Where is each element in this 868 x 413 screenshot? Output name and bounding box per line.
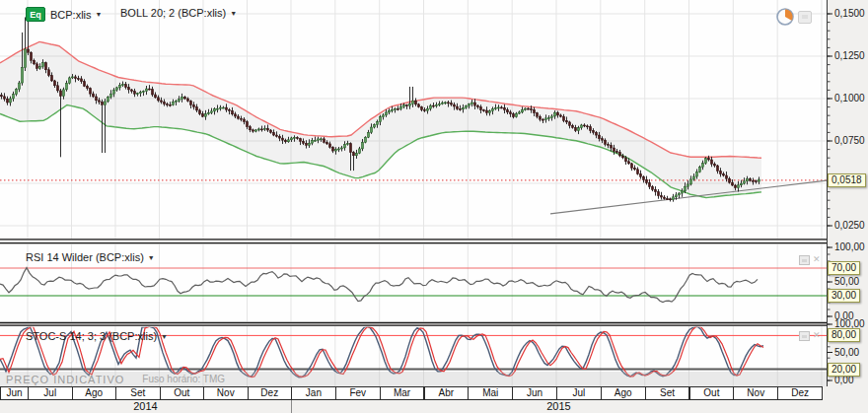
close-panel-icon[interactable]: ✕: [813, 255, 821, 264]
symbol-label: BCP:xlis: [50, 9, 92, 21]
watermark-strip: PREÇO INDICATIVO Fuso horário: TMG: [0, 372, 827, 386]
chart-canvas[interactable]: [0, 0, 868, 386]
month-axis-label: Mar: [380, 386, 425, 400]
chevron-down-icon: ▼: [148, 254, 155, 261]
month-axis-label: Out: [160, 386, 205, 400]
price-tick-label: 0,0250: [834, 220, 865, 231]
rsi-threshold-tag: 30,00: [828, 289, 860, 303]
month-axis-label: Dez: [777, 386, 823, 400]
symbol-selector[interactable]: Eq BCP:xlis ▼: [26, 7, 103, 22]
month-axis-label: Ago: [601, 386, 646, 400]
month-axis-label: Jul: [556, 386, 602, 400]
chevron-down-icon: ▼: [230, 10, 237, 17]
rsi-threshold-tag: 70,00: [828, 261, 860, 275]
month-axis-label: Set: [645, 386, 690, 400]
save-icon-glyph: [802, 259, 807, 262]
month-axis-label: Nov: [733, 386, 778, 400]
close-panel-icon[interactable]: ✕: [813, 331, 821, 340]
save-indicator-icon[interactable]: [799, 331, 810, 341]
month-axis-label: Jul: [28, 386, 73, 400]
overlay-indicator-label: BOLL 20; 2 (BCP:xlis): [120, 7, 226, 19]
month-axis-label: Set: [115, 386, 161, 400]
chevron-down-icon: ▼: [161, 333, 168, 340]
price-tick-label: 0,1250: [834, 50, 865, 61]
price-tick-label: 0,1500: [834, 8, 865, 19]
month-axis-label: Jan: [291, 386, 336, 400]
month-axis-label: Nov: [203, 386, 249, 400]
year-axis-label: 2015: [291, 400, 827, 413]
year-divider: [291, 400, 292, 413]
save-icon-glyph: [802, 335, 807, 338]
rsi-indicator-selector[interactable]: RSI 14 Wilder (BCP:xlis) ▼: [26, 251, 155, 263]
stochastic-indicator-label: STOC-S 14; 3; 3 (BCP:xlis): [26, 330, 157, 342]
rsi-tick-label: 50,00: [834, 276, 859, 287]
timezone-label: Fuso horário: TMG: [142, 374, 225, 384]
snapshot-icon-glyph: [802, 15, 808, 19]
month-axis-label: Ago: [72, 386, 117, 400]
overlay-indicator-selector[interactable]: BOLL 20; 2 (BCP:xlis) ▼: [120, 7, 237, 19]
rsi-indicator-label: RSI 14 Wilder (BCP:xlis): [26, 251, 144, 263]
stochastic-indicator-selector[interactable]: STOC-S 14; 3; 3 (BCP:xlis) ▼: [26, 330, 168, 342]
month-axis-label: Abr: [424, 386, 470, 400]
stoch-threshold-tag: 80,00: [828, 328, 860, 342]
snapshot-icon[interactable]: [798, 11, 812, 24]
equity-badge: Eq: [26, 7, 45, 22]
month-axis-label: Dez: [248, 386, 293, 400]
indicative-price-watermark: PREÇO INDICATIVO: [6, 374, 124, 385]
rsi-tick-label: 100,00: [834, 241, 865, 252]
stoch-tick-label: 50,00: [834, 347, 859, 358]
month-axis-label: Jun: [0, 386, 29, 400]
price-tick-label: 0,1000: [834, 93, 865, 103]
month-axis-label: Out: [689, 386, 735, 400]
chevron-down-icon: ▼: [96, 11, 103, 18]
month-axis-label: Mai: [468, 386, 513, 400]
month-axis-label: Jun: [512, 386, 557, 400]
year-axis-label: 2014: [0, 400, 291, 413]
stoch-tick-label: 100,00: [834, 318, 865, 329]
stoch-tick-label: 0,00: [834, 375, 853, 385]
charting-app: Eq BCP:xlis ▼ BOLL 20; 2 (BCP:xlis) ▼ RS…: [0, 0, 868, 413]
clock-icon[interactable]: [775, 7, 795, 27]
month-axis-label: Fev: [335, 386, 381, 400]
save-indicator-icon[interactable]: [799, 255, 810, 265]
current-price-tag: 0,0518: [828, 173, 866, 187]
stoch-threshold-tag: 20,00: [828, 363, 860, 377]
price-tick-label: 0,0750: [834, 135, 865, 146]
